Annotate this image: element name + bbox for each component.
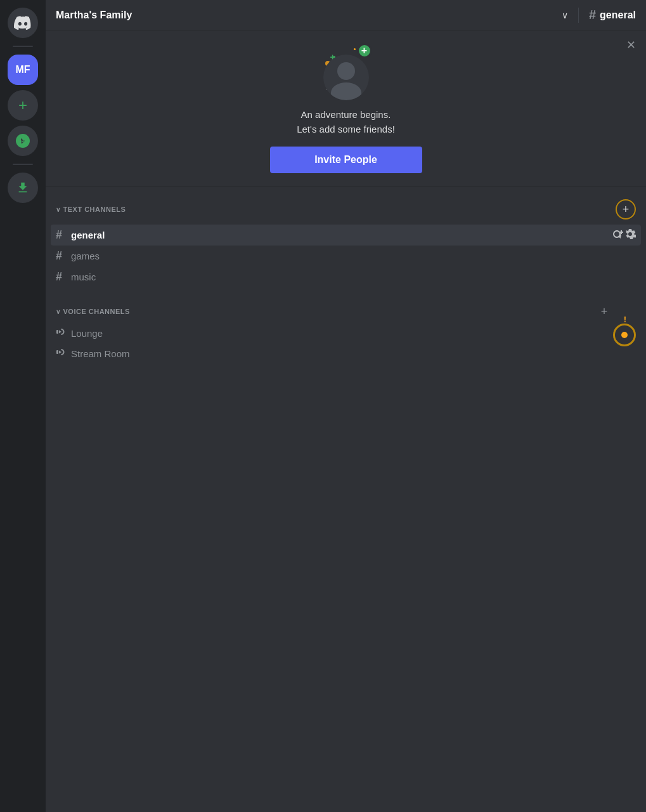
channel-item-stream-room[interactable]: Stream Room — [51, 343, 641, 363]
close-invite-card-button[interactable]: ✕ — [626, 38, 636, 52]
server-icon-mf[interactable]: MF — [8, 55, 38, 85]
header-divider — [578, 8, 579, 23]
channel-hash-icon: # — [589, 8, 596, 22]
download-button[interactable] — [8, 173, 38, 203]
explore-servers-button[interactable] — [8, 126, 38, 156]
invite-card: ✕ + + — [46, 30, 646, 187]
invite-text: An adventure begins. Let's add some frie… — [297, 108, 395, 136]
channel-name-games: games — [71, 251, 636, 261]
voice-channels-section: ∨ VOICE CHANNELS + Lounge — [46, 292, 646, 369]
server-rail: MF + — [0, 0, 46, 812]
text-channels-label: ∨ TEXT CHANNELS — [56, 206, 126, 213]
text-channels-chevron[interactable]: ∨ — [56, 206, 61, 213]
exclamation-icon: ! — [624, 315, 626, 324]
voice-channels-header: ∨ VOICE CHANNELS + — [51, 303, 641, 320]
channel-name-stream-room: Stream Room — [71, 348, 636, 359]
channel-item-games[interactable]: # games — [51, 246, 641, 266]
svg-rect-1 — [56, 330, 58, 334]
channel-name-music: music — [71, 272, 636, 282]
channel-sidebar: ✕ + + — [46, 30, 646, 812]
notification-dot — [621, 332, 628, 338]
add-voice-channel-button[interactable]: + — [598, 305, 610, 318]
hash-icon-general: # — [56, 228, 67, 242]
sparkle-dot-2 — [354, 48, 356, 50]
add-friend-badge: + — [357, 43, 372, 58]
server-name: Martha's Family — [56, 10, 557, 21]
current-channel-name: general — [600, 10, 636, 21]
hash-icon-music: # — [56, 270, 67, 284]
current-channel-label: # general — [589, 8, 636, 22]
settings-icon[interactable] — [626, 229, 636, 242]
main-area: Martha's Family ∨ # general ✕ + + — [46, 0, 646, 812]
add-server-button[interactable]: + — [8, 90, 38, 121]
rail-divider-2 — [13, 164, 33, 165]
voice-icon-lounge — [56, 327, 67, 339]
channel-header-bar: Martha's Family ∨ # general — [46, 0, 646, 30]
server-initials: MF — [15, 64, 30, 75]
add-text-channel-button[interactable]: + — [616, 199, 636, 219]
rail-divider — [13, 46, 33, 47]
channel-item-lounge[interactable]: Lounge ! — [51, 323, 641, 343]
avatar-body — [331, 82, 361, 100]
add-member-icon[interactable] — [612, 229, 623, 242]
add-server-icon: + — [18, 96, 27, 114]
channel-name-general: general — [71, 230, 608, 240]
lounge-notification: ! — [613, 321, 637, 345]
text-channels-header: ∨ TEXT CHANNELS + — [51, 197, 641, 222]
invite-avatar — [323, 55, 369, 100]
voice-channels-label: ∨ VOICE CHANNELS — [56, 308, 130, 315]
discord-home-button[interactable] — [8, 8, 38, 38]
channel-item-general[interactable]: # general — [51, 225, 641, 246]
channel-name-lounge: Lounge — [71, 328, 636, 339]
server-dropdown-chevron[interactable]: ∨ — [562, 10, 568, 20]
voice-icon-stream-room — [56, 347, 67, 360]
avatar-head — [337, 62, 355, 80]
notification-ring-container: ! — [613, 321, 637, 345]
text-channels-section: ∨ TEXT CHANNELS + # general — [46, 187, 646, 292]
invite-illustration: + + + — [318, 43, 375, 100]
hash-icon-games: # — [56, 249, 67, 263]
svg-rect-2 — [56, 350, 58, 354]
voice-channels-chevron[interactable]: ∨ — [56, 308, 61, 315]
channel-general-actions — [612, 229, 636, 242]
invite-people-button[interactable]: Invite People — [270, 147, 422, 173]
channel-item-music[interactable]: # music — [51, 266, 641, 287]
